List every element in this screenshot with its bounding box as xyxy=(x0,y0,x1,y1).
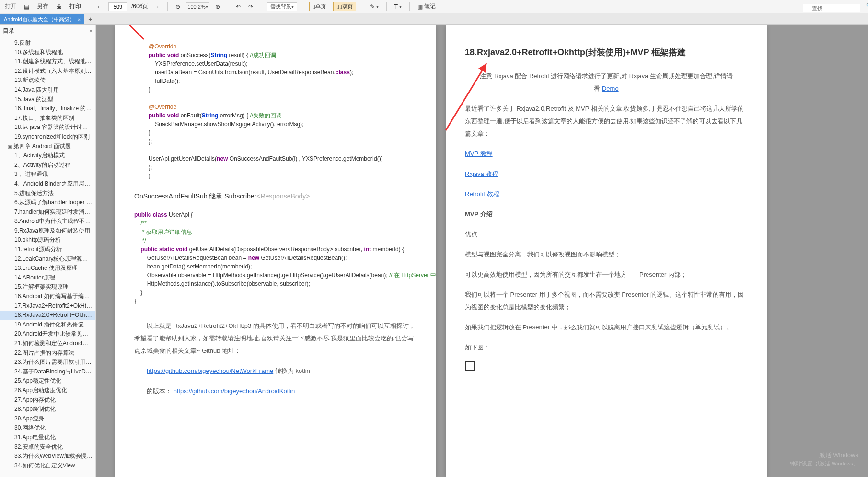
demo-link[interactable]: Demo xyxy=(602,85,619,92)
toc-item[interactable]: 14.Java 四大引用 xyxy=(0,85,95,95)
toc-item[interactable]: 13.断点续传 xyxy=(0,76,95,85)
tab-bar: Android面试题大全（中高级） × + xyxy=(0,13,868,25)
toc-item[interactable]: 12.设计模式（六大基本原则、项目 xyxy=(0,67,95,76)
document-tab[interactable]: Android面试题大全（中高级） × xyxy=(0,14,84,24)
page-left: @Overridepublic void onSuccess(String re… xyxy=(115,25,436,477)
note-button[interactable]: ▥ 笔记 xyxy=(416,1,438,12)
toc-item[interactable]: 22.图片占据的内存算法 xyxy=(0,349,95,358)
search-input[interactable] xyxy=(803,4,860,12)
toc-item[interactable]: 9.反射 xyxy=(0,38,95,48)
code-block-1: @Overridepublic void onSuccess(String re… xyxy=(134,42,417,180)
toc-item[interactable]: 21.如何检测和定位Android内存泄 xyxy=(0,339,95,349)
open-button[interactable]: 打开 xyxy=(3,1,18,12)
toc-item[interactable]: 34.如何优化自定义View xyxy=(0,461,95,471)
advantage-4: 如果我们把逻辑放在 Presenter 中，那么我们就可以脱离用户接口来测试这些… xyxy=(465,321,748,334)
toc-item[interactable]: 17.RxJava2+Retrofit2+OkHttp3 xyxy=(0,302,95,311)
zoom-in-button[interactable]: ⊕ xyxy=(213,2,222,11)
print-button[interactable]: 打印 xyxy=(68,1,83,12)
toc-item[interactable]: 2、Activity的启动过程 xyxy=(0,161,95,170)
advantages-heading: 优点 xyxy=(465,228,748,241)
toc-item[interactable]: 32.安卓的安全优化 xyxy=(0,442,95,452)
toc-item[interactable]: 11.retrofit源码分析 xyxy=(0,245,95,255)
toc-item[interactable]: 7.handler如何实现延时发消息pos xyxy=(0,208,95,217)
toc-item[interactable]: 10.多线程和线程池 xyxy=(0,48,95,58)
toc-item[interactable]: 24.基于DataBinding与LiveData的 xyxy=(0,367,95,377)
zoom-select[interactable]: 100.2% ▾ xyxy=(186,2,209,11)
figure-caption: 如下图： xyxy=(465,341,748,354)
toc-item[interactable]: 25.App稳定性优化 xyxy=(0,376,95,386)
toc-item[interactable]: 16.Android 如何编写基于编译时 xyxy=(0,292,95,302)
toc-item[interactable]: 20.Android开发中比较常见的内存 xyxy=(0,329,95,339)
toc-item[interactable]: 23.为什么图片需要用软引用，MV xyxy=(0,358,95,367)
toc-item[interactable]: 15.Java 的泛型 xyxy=(0,95,95,105)
toc-item[interactable]: 19.Android 插件化和热修复知识 xyxy=(0,320,95,330)
toc-item[interactable]: 3 、进程通讯 xyxy=(0,170,95,179)
rotate-left-button[interactable]: ↶ xyxy=(234,2,243,11)
toc-item[interactable]: 18.RxJava2.0+Retrofit+Okhttp(封 xyxy=(0,311,95,320)
paragraph-recent: 最近看了许多关于 Rxjava2.0,Retrofit 及 MVP 相关的文章,… xyxy=(465,103,748,140)
tab-title: Android面试题大全（中高级） xyxy=(4,16,75,23)
tail-text-2: 的版本： xyxy=(147,387,172,395)
page-viewport[interactable]: @Overridepublic void onSuccess(String re… xyxy=(96,25,868,477)
saveas-button[interactable]: 另存 xyxy=(35,1,50,12)
prev-page-button[interactable]: ← xyxy=(95,2,104,11)
toc-item[interactable]: 19.synchronized和lock的区别 xyxy=(0,132,95,142)
toc-item[interactable]: 13.LruCache 使用及原理 xyxy=(0,264,95,273)
next-page-button[interactable]: → xyxy=(152,2,162,11)
toc-item[interactable]: 11.创建多线程方式、线程池工作原 xyxy=(0,57,95,67)
tail-text-1: 转换为 kotlin xyxy=(273,367,310,374)
background-select[interactable]: 替换背景 ▾ xyxy=(267,2,297,11)
toc-toggle-icon[interactable]: ▤ xyxy=(22,2,31,11)
page-total-label: /606页 xyxy=(131,2,148,11)
toc-item[interactable]: 27.App内存优化 xyxy=(0,396,95,405)
section-heading: 18.Rxjava2.0+Retrofit+Okhttp(封装使用)+MVP 框… xyxy=(465,44,748,60)
single-page-button[interactable]: ▯单页 xyxy=(309,2,329,11)
toc-item[interactable]: 29.App瘦身 xyxy=(0,414,95,424)
rxjava-tutorial-link[interactable]: Rxjava 教程 xyxy=(465,170,498,177)
toc-item[interactable]: 17.接口、抽象类的区别 xyxy=(0,114,95,123)
toc-item[interactable]: 9.RxJava原理及如何封装使用 xyxy=(0,226,95,236)
toc-item[interactable]: 33.为什么WebView加载会慢呢？ xyxy=(0,452,95,461)
toc-item[interactable]: 30.网络优化 xyxy=(0,423,95,433)
page-number-input[interactable] xyxy=(108,2,127,11)
toc-item[interactable]: 18.从 java 容器类的设计讨论抽象 xyxy=(0,123,95,132)
page-right: 18.Rxjava2.0+Retrofit+Okhttp(封装使用)+MVP 框… xyxy=(446,25,767,477)
toc-item[interactable]: 14.ARouter原理 xyxy=(0,273,95,283)
toc-item[interactable]: 4、Android Binder之应用层总结 xyxy=(0,179,95,189)
toc-title: 目录 xyxy=(3,27,14,35)
toc-item[interactable]: 31.App电量优化 xyxy=(0,433,95,442)
toc-item[interactable]: 8.Android中为什么主线程不会因为 xyxy=(0,217,95,226)
toc-item[interactable]: 16. final、finally、finalize 的区别 xyxy=(0,104,95,114)
toc-item[interactable]: 15.注解框架实现原理 xyxy=(0,282,95,292)
github-link-2[interactable]: https://github.com/bigeyechou/AndroidKot… xyxy=(174,387,295,395)
advantage-1: 模型与视图完全分离，我们可以修改视图而不影响模型； xyxy=(465,248,748,261)
main-area: 目录 × 9.反射10.多线程和线程池11.创建多线程方式、线程池工作原12.设… xyxy=(0,25,868,477)
text-tool[interactable]: T ▾ xyxy=(393,2,404,11)
mvp-tutorial-link[interactable]: MVP 教程 xyxy=(465,150,493,157)
toc-item[interactable]: 28.App绘制优化 xyxy=(0,405,95,414)
mvp-intro-heading: MVP 介绍 xyxy=(465,208,748,221)
toc-item[interactable]: 5.进程保活方法 xyxy=(0,189,95,198)
highlight-tool[interactable]: ✎ ▾ xyxy=(368,2,381,11)
toc-list: 9.反射10.多线程和线程池11.创建多线程方式、线程池工作原12.设计模式（六… xyxy=(0,37,95,471)
advantage-2: 可以更高效地使用模型，因为所有的交互都发生在一个地方——Presenter 内部… xyxy=(465,268,748,281)
github-link-1[interactable]: https://github.com/bigeyechou/NetWorkFra… xyxy=(147,367,273,374)
rotate-right-button[interactable]: ↷ xyxy=(246,2,255,11)
toc-item[interactable]: 12.LeakCanary核心原理源码浅析 xyxy=(0,255,95,264)
paragraph-summary: 以上就是 RxJava2+Retrofit2+OkHttp3 的具体使用，看不明… xyxy=(134,320,417,357)
toc-item[interactable]: 1、Activity启动模式 xyxy=(0,151,95,161)
double-page-button[interactable]: ▯▯双页 xyxy=(333,2,356,11)
print-icon[interactable]: 🖶 xyxy=(54,2,64,11)
tab-add-button[interactable]: + xyxy=(84,14,96,24)
toc-item[interactable]: 26.App启动速度优化 xyxy=(0,386,95,396)
advantage-3: 我们可以将一个 Presenter 用于多个视图，而不需要改变 Presente… xyxy=(465,289,748,314)
subtitle-generic: <ResponseBody> xyxy=(256,192,310,200)
toc-close-button[interactable]: × xyxy=(89,28,93,35)
toc-item[interactable]: 第四章 Android 面试题 xyxy=(0,142,95,151)
tab-close-button[interactable]: × xyxy=(78,17,81,23)
zoom-out-button[interactable]: ⊖ xyxy=(174,2,182,11)
toc-item[interactable]: 10.okhttp源码分析 xyxy=(0,235,95,245)
windows-watermark: 激活 Windows 转到"设置"以激活 Windows。 xyxy=(790,451,859,467)
retrofit-tutorial-link[interactable]: Retrofit 教程 xyxy=(465,190,499,198)
toc-item[interactable]: 6.从源码了解handler looper ,me xyxy=(0,198,95,208)
